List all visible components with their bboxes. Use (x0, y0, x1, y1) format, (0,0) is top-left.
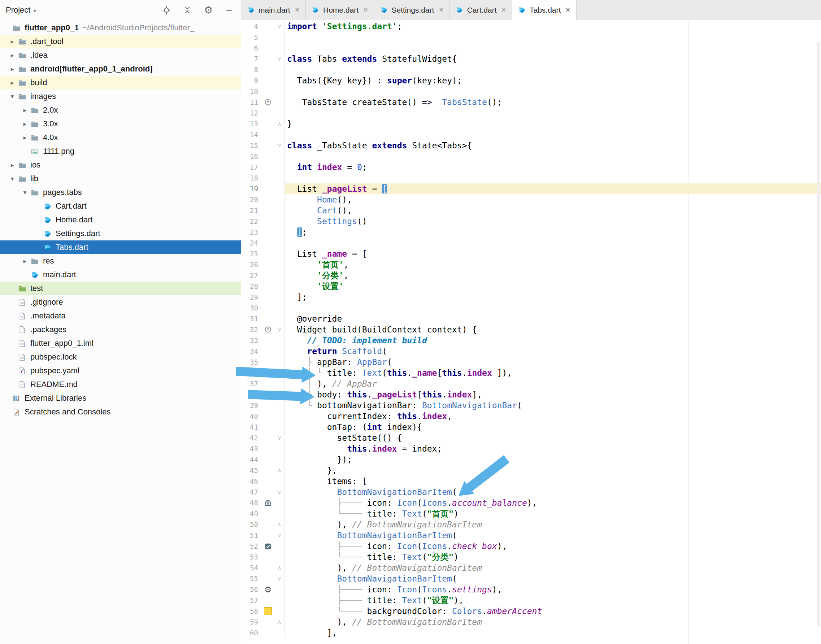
tab-tabs-dart[interactable]: Tabs.dart× (512, 0, 577, 20)
tree-item-flutter-app0-1-iml[interactable]: flutter_app0_1.iml (0, 336, 241, 350)
chevron-right-icon[interactable]: ▸ (8, 79, 17, 87)
tree-item-3-0x[interactable]: ▸3.0x (0, 117, 241, 131)
fold-marker-icon[interactable]: ∨ (275, 324, 285, 335)
fold-marker-icon[interactable]: ∧ (275, 616, 285, 627)
chevron-right-icon[interactable]: ▸ (21, 106, 29, 114)
hide-panel-icon[interactable] (224, 5, 234, 15)
override-marker-icon[interactable] (261, 97, 275, 107)
tree-item-metadata[interactable]: .metadata (0, 309, 241, 323)
chevron-right-icon[interactable]: ▸ (8, 52, 17, 59)
code-line[interactable]: 15∨class _TabsState extends State<Tabs>{ (241, 140, 821, 151)
tree-item-external-libraries[interactable]: External Libraries (0, 391, 241, 405)
code-line[interactable]: 34 return Scaffold( (241, 346, 821, 357)
code-line[interactable]: 48 ├──── icon: Icon(Icons.account_balanc… (241, 497, 821, 508)
code-line[interactable]: 47∨ BottomNavigationBarItem( (241, 487, 821, 497)
code-line[interactable]: 46 items: [ (241, 476, 821, 487)
chevron-down-icon[interactable]: ▾ (8, 93, 17, 100)
fold-marker-icon[interactable]: ∨ (275, 487, 285, 497)
settings-icon[interactable]: ⚙ (203, 5, 213, 15)
chevron-down-icon[interactable]: ▾ (33, 8, 36, 14)
chevron-right-icon[interactable]: ▸ (21, 258, 29, 265)
tree-item-home-dart[interactable]: Home.dart (0, 213, 241, 227)
code-line[interactable]: 14 (241, 129, 821, 140)
tab-close-icon[interactable]: × (363, 6, 368, 14)
code-line[interactable]: 37 │ ), // AppBar (241, 378, 821, 389)
code-line[interactable]: 53 └──── title: Text("分类") (241, 552, 821, 563)
code-line[interactable]: 54∧ ), // BottomNavigationBarItem (241, 563, 821, 573)
tree-item-1111-png[interactable]: 1111.png (0, 144, 241, 158)
project-panel-title[interactable]: Project (6, 5, 30, 15)
tab-home-dart[interactable]: Home.dart× (306, 0, 374, 20)
tree-item-gitignore[interactable]: .gitignore (0, 295, 241, 309)
tree-item-idea[interactable]: ▸.idea (0, 48, 241, 62)
tree-item-4-0x[interactable]: ▸4.0x (0, 131, 241, 144)
tree-item-lib[interactable]: ▾lib (0, 172, 241, 186)
code-line[interactable]: 29 ]; (241, 292, 821, 302)
code-editor[interactable]: 4∨import 'Settings.dart';567∨class Tabs … (241, 20, 821, 644)
tree-item-dart-tool[interactable]: ▸.dart_tool (0, 35, 241, 48)
collapse-all-icon[interactable] (182, 5, 192, 15)
tree-item-cart-dart[interactable]: Cart.dart (0, 199, 241, 213)
code-line[interactable]: 55∨ BottomNavigationBarItem( (241, 573, 821, 584)
chevron-right-icon[interactable]: ▸ (8, 38, 17, 46)
code-line[interactable]: 43 this.index = index; (241, 443, 821, 454)
code-line[interactable]: 44 }); (241, 454, 821, 465)
code-line[interactable]: 20 Home(), (241, 194, 821, 205)
tree-item-flutter-app0-1[interactable]: flutter_app0_1~/AndroidStudioProjects/fl… (0, 21, 241, 35)
code-line[interactable]: 33 // TODO: implement build (241, 335, 821, 346)
code-line[interactable]: 50∧ ), // BottomNavigationBarItem (241, 519, 821, 530)
code-line[interactable]: 7∨class Tabs extends StatefulWidget{ (241, 54, 821, 64)
tab-close-icon[interactable]: × (502, 6, 506, 14)
code-line[interactable]: 22 Settings() (241, 216, 821, 227)
tree-item-pubspec-lock[interactable]: pubspec.lock (0, 350, 241, 364)
chevron-right-icon[interactable]: ▸ (8, 65, 17, 73)
scrollbar[interactable] (816, 40, 821, 644)
fold-marker-icon[interactable]: ∧ (275, 519, 285, 530)
fold-marker-icon[interactable]: ∧ (275, 563, 285, 573)
tree-item-android[interactable]: ▸android [flutter_app0_1_android] (0, 62, 241, 76)
fold-marker-icon[interactable]: ∨ (275, 573, 285, 584)
tree-item-pages-tabs[interactable]: ▾pages.tabs (0, 186, 241, 199)
code-line[interactable]: 25 List _name = [ (241, 248, 821, 259)
fold-marker-icon[interactable]: ∨ (275, 54, 285, 64)
tab-close-icon[interactable]: × (565, 6, 570, 14)
code-line[interactable]: 60 ], (241, 627, 821, 638)
chevron-right-icon[interactable]: ▸ (21, 134, 29, 141)
locate-icon[interactable] (161, 5, 172, 15)
chevron-down-icon[interactable]: ▾ (21, 189, 29, 196)
tab-close-icon[interactable]: × (295, 6, 300, 14)
code-line[interactable]: 28 '设置' (241, 281, 821, 292)
code-line[interactable]: 16 (241, 151, 821, 162)
code-line[interactable]: 21 Cart(), (241, 205, 821, 216)
tree-item-tabs-dart[interactable]: Tabs.dart (0, 241, 241, 254)
tree-item-ios[interactable]: ▸ios (0, 158, 241, 172)
code-line[interactable]: 35 ├ appBar: AppBar( (241, 357, 821, 368)
code-line[interactable]: 36 │ └ title: Text(this._name[this.index… (241, 368, 821, 378)
code-line[interactable]: 52 ├──── icon: Icon(Icons.check_box), (241, 541, 821, 552)
code-line[interactable]: 59∧ ), // BottomNavigationBarItem (241, 616, 821, 627)
tree-item-build[interactable]: ▸build (0, 76, 241, 89)
code-line[interactable]: 24 (241, 238, 821, 248)
tab-settings-dart[interactable]: Settings.dart× (374, 0, 450, 20)
code-line[interactable]: 6 (241, 43, 821, 54)
account-balance-icon[interactable] (261, 497, 275, 508)
tree-item-test[interactable]: test (0, 282, 241, 295)
code-line[interactable]: 42∨ setState(() { (241, 432, 821, 443)
code-line[interactable]: 13∧} (241, 118, 821, 129)
code-line[interactable]: 31 @override (241, 313, 821, 324)
code-line[interactable]: 45∧ }, (241, 465, 821, 476)
tab-main-dart[interactable]: main.dart× (241, 0, 306, 20)
override-marker-icon[interactable] (261, 324, 275, 335)
tree-item-settings-dart[interactable]: Settings.dart (0, 227, 241, 241)
code-line[interactable]: 8 (241, 64, 821, 75)
scrollbar-thumb[interactable] (817, 42, 820, 627)
fold-marker-icon[interactable]: ∧ (275, 118, 285, 129)
code-line[interactable]: 23 ]; (241, 227, 821, 238)
tree-item-readme-md[interactable]: README.md (0, 377, 241, 391)
tree-item-scratches-and-consoles[interactable]: Scratches and Consoles (0, 405, 241, 419)
code-line[interactable]: 41 onTap: (int index){ (241, 422, 821, 432)
code-line[interactable]: 9 Tabs({Key key}) : super(key:key); (241, 75, 821, 86)
code-line[interactable]: 10 (241, 86, 821, 97)
code-line[interactable]: 5 (241, 32, 821, 43)
code-line[interactable]: 30 (241, 302, 821, 313)
